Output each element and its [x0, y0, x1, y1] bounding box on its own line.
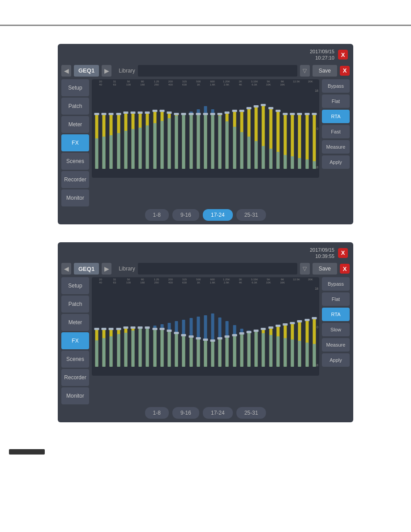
eq-bar-12[interactable]	[180, 89, 187, 169]
eq-bar-5[interactable]	[130, 89, 136, 169]
eq-bar-21[interactable]	[246, 89, 252, 169]
eq-bar-24[interactable]	[268, 89, 274, 169]
eq-bar-16[interactable]	[210, 89, 216, 169]
eq-bar-20[interactable]	[239, 287, 245, 367]
rta-button-2[interactable]: RTA	[322, 308, 350, 321]
eq-bar-27[interactable]	[289, 89, 295, 169]
band-17-24-btn-2[interactable]: 17-24	[203, 407, 233, 419]
eq-bar-27[interactable]	[289, 287, 295, 367]
library-input-2[interactable]	[138, 263, 297, 275]
eq-bar-10[interactable]	[166, 89, 172, 169]
eq-bar-29[interactable]	[304, 287, 310, 367]
sidebar-scenes-2[interactable]: Scenes	[61, 351, 89, 368]
eq-bar-18[interactable]	[224, 89, 230, 169]
save-button-2[interactable]: Save	[313, 263, 337, 275]
rta-button-1[interactable]: RTA	[322, 110, 350, 123]
eq-bar-10[interactable]	[166, 287, 172, 367]
eq-bar-24[interactable]	[268, 287, 274, 367]
eq-bar-4[interactable]	[123, 287, 129, 367]
band-1-8-btn-1[interactable]: 1-8	[145, 209, 169, 221]
sidebar-patch-2[interactable]: Patch	[61, 296, 89, 313]
sidebar-patch-1[interactable]: Patch	[61, 98, 89, 115]
eq-bar-26[interactable]	[282, 89, 288, 169]
eq-bar-7[interactable]	[144, 287, 150, 367]
nav-right-1[interactable]: ▶	[102, 65, 111, 77]
sidebar-fx-1[interactable]: FX	[61, 134, 89, 151]
eq-bar-2[interactable]	[108, 89, 114, 169]
eq-bar-13[interactable]	[188, 89, 194, 169]
eq-sliders-1[interactable]	[94, 89, 317, 169]
eq-bar-9[interactable]	[159, 287, 165, 367]
apply-button-1[interactable]: Apply	[322, 155, 350, 169]
sidebar-fx-2[interactable]: FX	[61, 332, 89, 349]
eq-bar-0[interactable]	[94, 287, 100, 367]
eq-bar-5[interactable]	[130, 287, 136, 367]
eq-bar-22[interactable]	[253, 89, 259, 169]
eq-bar-3[interactable]	[116, 89, 122, 169]
band-9-16-btn-1[interactable]: 9-16	[172, 209, 199, 221]
eq-sliders-2[interactable]	[94, 287, 317, 367]
close-small-2[interactable]: X	[340, 264, 350, 274]
sidebar-monitor-2[interactable]: Monitor	[61, 387, 89, 404]
eq-bar-1[interactable]	[101, 89, 107, 169]
sidebar-meter-1[interactable]: Meter	[61, 116, 89, 133]
bypass-button-1[interactable]: Bypass	[322, 79, 350, 93]
eq-bar-19[interactable]	[231, 89, 238, 169]
eq-bar-26[interactable]	[282, 287, 288, 367]
close-small-1[interactable]: X	[340, 66, 350, 76]
band-1-8-btn-2[interactable]: 1-8	[145, 407, 169, 419]
eq-bar-15[interactable]	[202, 287, 209, 367]
eq-bar-29[interactable]	[304, 89, 310, 169]
eq-bar-2[interactable]	[108, 287, 114, 367]
eq-bar-15[interactable]	[202, 89, 209, 169]
library-dropdown-2[interactable]: ▽	[300, 263, 310, 275]
measure-button-1[interactable]: Measure	[322, 140, 350, 154]
eq-bar-12[interactable]	[180, 287, 187, 367]
nav-left-2[interactable]: ◀	[61, 263, 71, 275]
eq-bar-8[interactable]	[152, 89, 158, 169]
eq-bar-13[interactable]	[188, 287, 194, 367]
eq-bar-30[interactable]	[311, 89, 317, 169]
eq-bar-22[interactable]	[253, 287, 259, 367]
eq-bar-21[interactable]	[246, 287, 252, 367]
eq-bar-4[interactable]	[123, 89, 129, 169]
sidebar-meter-2[interactable]: Meter	[61, 314, 89, 331]
measure-button-2[interactable]: Measure	[322, 338, 350, 352]
nav-left-1[interactable]: ◀	[61, 65, 71, 77]
eq-bar-6[interactable]	[137, 287, 143, 367]
library-dropdown-1[interactable]: ▽	[300, 65, 310, 77]
band-9-16-btn-2[interactable]: 9-16	[172, 407, 199, 419]
slow-button-2[interactable]: Slow	[322, 323, 350, 336]
sidebar-monitor-1[interactable]: Monitor	[61, 189, 89, 206]
eq-bar-16[interactable]	[210, 287, 216, 367]
fast-button-1[interactable]: Fast	[322, 125, 350, 138]
eq-bar-25[interactable]	[275, 89, 281, 169]
sidebar-setup-1[interactable]: Setup	[61, 79, 89, 96]
eq-bar-30[interactable]	[311, 287, 317, 367]
close-button-2[interactable]: X	[338, 248, 348, 258]
eq-bar-3[interactable]	[116, 287, 122, 367]
eq-bar-20[interactable]	[239, 89, 245, 169]
band-25-31-btn-2[interactable]: 25-31	[236, 407, 266, 419]
eq-bar-25[interactable]	[275, 287, 281, 367]
bypass-button-2[interactable]: Bypass	[322, 277, 350, 291]
eq-bar-28[interactable]	[296, 89, 303, 169]
eq-bar-14[interactable]	[195, 89, 201, 169]
eq-bar-17[interactable]	[217, 287, 223, 367]
eq-bar-1[interactable]	[101, 287, 107, 367]
eq-bar-18[interactable]	[224, 287, 230, 367]
eq-bar-23[interactable]	[260, 89, 266, 169]
save-button-1[interactable]: Save	[313, 65, 337, 77]
eq-bar-11[interactable]	[173, 287, 180, 367]
band-25-31-btn-1[interactable]: 25-31	[236, 209, 266, 221]
flat-button-1[interactable]: Flat	[322, 94, 350, 108]
close-button-1[interactable]: X	[338, 50, 348, 60]
sidebar-scenes-1[interactable]: Scenes	[61, 153, 89, 170]
eq-bar-23[interactable]	[260, 287, 266, 367]
band-17-24-btn-1[interactable]: 17-24	[203, 209, 233, 221]
eq-bar-17[interactable]	[217, 89, 223, 169]
eq-bar-8[interactable]	[152, 287, 158, 367]
sidebar-setup-2[interactable]: Setup	[61, 277, 89, 294]
eq-bar-11[interactable]	[173, 89, 180, 169]
flat-button-2[interactable]: Flat	[322, 292, 350, 306]
